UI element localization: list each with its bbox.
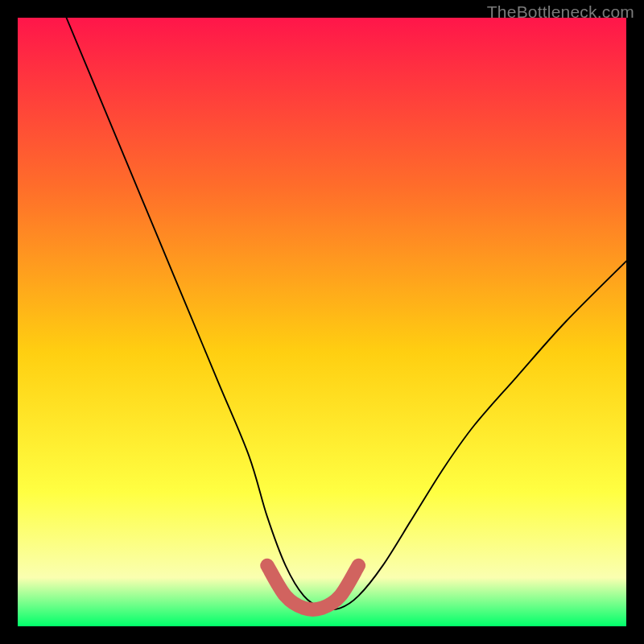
chart-svg: [18, 18, 626, 626]
gradient-background: [18, 18, 626, 626]
chart-plot-area: [18, 18, 626, 626]
watermark-text: TheBottleneck.com: [487, 2, 634, 22]
chart-frame: TheBottleneck.com: [0, 0, 644, 644]
